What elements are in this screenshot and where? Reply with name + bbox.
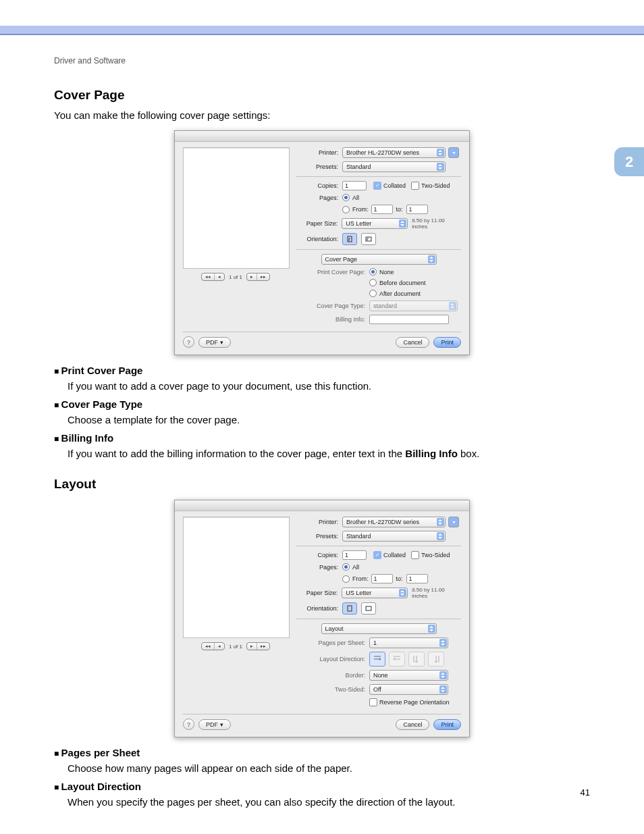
cover-none-label: None: [379, 269, 394, 276]
document-page: Driver and Software 2 Cover Page You can…: [0, 0, 644, 834]
paper-size-select[interactable]: US Letter: [342, 588, 408, 598]
from-input[interactable]: 1: [371, 205, 393, 214]
printer-select[interactable]: Brother HL-2270DW series: [342, 517, 446, 527]
content: Cover Page You can make the following co…: [54, 88, 590, 814]
breadcrumb: Driver and Software: [54, 56, 126, 66]
cover-after-label: After document: [379, 290, 421, 297]
cover-after-radio[interactable]: After document: [369, 290, 421, 297]
pages-all-radio[interactable]: All: [342, 194, 359, 201]
select-arrows-icon: [400, 590, 405, 596]
pages-all-label: All: [352, 194, 359, 201]
cover-none-radio[interactable]: None: [369, 268, 394, 276]
paper-size-value: US Letter: [346, 590, 371, 596]
printer-status-button[interactable]: [448, 147, 459, 158]
svg-rect-2: [366, 237, 371, 241]
printer-select[interactable]: Brother HL-2270DW series: [342, 147, 446, 158]
section-heading-layout: Layout: [54, 477, 590, 492]
copies-input[interactable]: 1: [342, 181, 367, 190]
two-sided-checkbox[interactable]: Two-Sided: [411, 551, 450, 559]
collated-checkbox[interactable]: Collated: [373, 182, 406, 190]
two-sided-label: Two-Sided: [421, 182, 450, 189]
select-arrows-icon: [400, 221, 405, 226]
screenshot-cover-page-dialog: ◂◂◂ 1 of 1 ▸▸▸ Printer: Brother HL-2270D…: [54, 130, 590, 355]
bullet-body: When you specify the pages per sheet, yo…: [68, 796, 590, 808]
orientation-portrait-icon[interactable]: [342, 602, 357, 615]
reverse-orientation-checkbox[interactable]: Reverse Page Orientation: [369, 698, 450, 706]
pages-from-radio[interactable]: From:: [342, 206, 369, 213]
printer-select-value: Brother HL-2270DW series: [346, 149, 419, 156]
bullet-title: Cover Page Type: [54, 398, 142, 410]
to-input[interactable]: 1: [406, 205, 428, 214]
preview-prev-buttons[interactable]: ◂◂◂: [201, 642, 225, 650]
billing-info-input[interactable]: [369, 315, 449, 324]
bullet-title: Print Cover Page: [54, 365, 142, 376]
presets-select-value: Standard: [346, 163, 371, 170]
layout-dir-1-icon[interactable]: [369, 652, 385, 667]
select-arrows-icon: [438, 164, 443, 170]
select-arrows-icon: [429, 257, 434, 262]
presets-select[interactable]: Standard: [342, 531, 446, 542]
cancel-button[interactable]: Cancel: [396, 719, 429, 730]
two-sided-checkbox[interactable]: Two-Sided: [411, 182, 450, 190]
presets-select[interactable]: Standard: [342, 161, 446, 172]
layout-direction-icons[interactable]: [369, 652, 444, 667]
pdf-button[interactable]: PDF ▾: [198, 719, 231, 730]
copies-input[interactable]: 1: [342, 550, 367, 560]
presets-select-value: Standard: [346, 533, 371, 540]
radio-icon: [342, 575, 350, 583]
radio-icon: [342, 206, 350, 213]
page-preview: ◂◂◂ 1 of 1 ▸▸▸: [183, 147, 288, 328]
help-button[interactable]: ?: [183, 336, 194, 348]
section-heading-cover-page: Cover Page: [54, 88, 590, 103]
layout-dir-3-icon[interactable]: [408, 652, 425, 667]
cover-page-type-value: standard: [373, 303, 397, 309]
pane-select[interactable]: Cover Page: [321, 254, 437, 265]
pages-per-sheet-select[interactable]: 1: [369, 637, 448, 648]
two-sided-select-label: Two-Sided:: [296, 686, 369, 693]
bullet-body: Choose a template for the cover page.: [68, 414, 590, 425]
collated-checkbox[interactable]: Collated: [373, 551, 406, 559]
layout-dir-4-icon[interactable]: [428, 652, 444, 667]
checkbox-icon: [369, 698, 377, 706]
preview-next-buttons[interactable]: ▸▸▸: [246, 642, 270, 650]
paper-size-value: US Letter: [346, 220, 371, 227]
two-sided-select[interactable]: Off: [369, 684, 448, 695]
radio-selected-icon: [342, 563, 350, 571]
bullet-body: If you want to add a cover page to your …: [68, 380, 590, 392]
pages-all-label: All: [352, 564, 359, 571]
border-select[interactable]: None: [369, 670, 448, 681]
cancel-button[interactable]: Cancel: [396, 337, 429, 348]
help-button[interactable]: ?: [183, 719, 194, 730]
from-input[interactable]: 1: [371, 574, 393, 583]
pdf-button[interactable]: PDF ▾: [198, 337, 231, 348]
preview-next-buttons[interactable]: ▸▸▸: [246, 273, 270, 281]
print-button[interactable]: Print: [433, 337, 461, 348]
header-bar: [0, 26, 644, 35]
select-arrows-icon: [441, 640, 446, 646]
border-label: Border:: [296, 672, 369, 679]
pane-select-value: Layout: [325, 625, 344, 632]
to-input[interactable]: 1: [406, 574, 428, 583]
bullet-body: Choose how many pages will appear on eac…: [68, 762, 590, 774]
orientation-landscape-icon[interactable]: [361, 602, 376, 615]
layout-dir-2-icon[interactable]: [389, 652, 405, 667]
pages-all-radio[interactable]: All: [342, 563, 359, 571]
orientation-landscape-icon[interactable]: [361, 233, 376, 245]
printer-status-button[interactable]: [448, 517, 459, 527]
pages-label: Pages:: [296, 194, 342, 201]
svg-rect-4: [348, 606, 352, 611]
layout-direction-label: Layout Direction:: [296, 656, 369, 662]
cover-before-radio[interactable]: Before document: [369, 279, 426, 286]
pane-select[interactable]: Layout: [321, 623, 437, 634]
print-button[interactable]: Print: [433, 719, 461, 730]
border-value: None: [373, 672, 388, 679]
orientation-portrait-icon[interactable]: [342, 233, 357, 245]
screenshot-layout-dialog: ◂◂◂ 1 of 1 ▸▸▸ Printer: Brother HL-2270D…: [54, 500, 590, 737]
to-label: to:: [393, 575, 406, 582]
radio-selected-icon: [342, 194, 350, 201]
radio-selected-icon: [369, 268, 377, 276]
billing-info-label: Billing Info:: [296, 316, 369, 323]
preview-prev-buttons[interactable]: ◂◂◂: [201, 273, 225, 281]
paper-size-select[interactable]: US Letter: [342, 218, 408, 229]
pages-from-radio[interactable]: From:: [342, 575, 369, 583]
